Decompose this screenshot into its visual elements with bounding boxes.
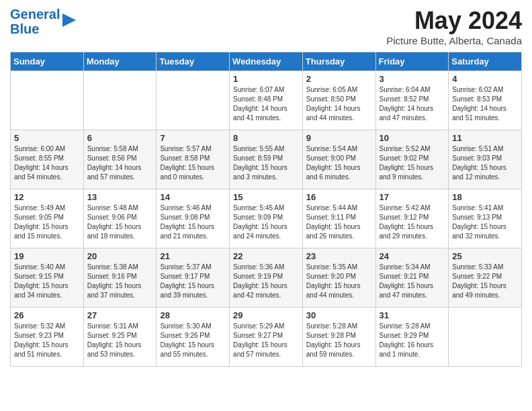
day-number: 8 <box>233 133 299 143</box>
calendar-cell: 6Sunrise: 5:58 AMSunset: 8:56 PMDaylight… <box>83 130 157 189</box>
calendar-cell: 26Sunrise: 5:32 AMSunset: 9:23 PMDayligh… <box>11 308 84 367</box>
header: GeneralBlue May 2024 Picture Butte, Albe… <box>10 7 522 46</box>
calendar-cell: 28Sunrise: 5:30 AMSunset: 9:26 PMDayligh… <box>157 308 230 367</box>
calendar-cell: 3Sunrise: 6:04 AMSunset: 8:52 PMDaylight… <box>375 71 449 130</box>
day-header-thursday: Thursday <box>302 52 375 71</box>
day-number: 10 <box>380 133 445 143</box>
cell-info: Sunrise: 5:28 AMSunset: 9:28 PMDaylight:… <box>306 322 372 359</box>
cell-info: Sunrise: 5:41 AMSunset: 9:13 PMDaylight:… <box>452 203 518 241</box>
cell-info: Sunrise: 5:34 AMSunset: 9:21 PMDaylight:… <box>380 263 445 300</box>
cell-info: Sunrise: 5:48 AMSunset: 9:06 PMDaylight:… <box>87 203 153 241</box>
day-number: 16 <box>306 192 372 202</box>
week-row-3: 12Sunrise: 5:49 AMSunset: 9:05 PMDayligh… <box>11 189 522 248</box>
cell-info: Sunrise: 5:46 AMSunset: 9:08 PMDaylight:… <box>160 203 226 241</box>
calendar-cell: 2Sunrise: 6:05 AMSunset: 8:50 PMDaylight… <box>302 71 375 130</box>
day-number: 25 <box>452 251 518 261</box>
day-number: 14 <box>160 192 226 202</box>
calendar-cell: 31Sunrise: 5:28 AMSunset: 9:29 PMDayligh… <box>375 308 449 367</box>
cell-info: Sunrise: 6:07 AMSunset: 8:48 PMDaylight:… <box>233 85 299 123</box>
day-number: 5 <box>14 133 80 143</box>
svg-marker-0 <box>62 13 76 27</box>
cell-info: Sunrise: 5:30 AMSunset: 9:26 PMDaylight:… <box>160 322 226 359</box>
day-number: 21 <box>160 251 226 261</box>
calendar-cell: 20Sunrise: 5:38 AMSunset: 9:16 PMDayligh… <box>83 248 157 308</box>
cell-info: Sunrise: 5:49 AMSunset: 9:05 PMDaylight:… <box>14 203 80 241</box>
logo-text: GeneralBlue <box>10 7 60 36</box>
calendar-cell: 17Sunrise: 5:42 AMSunset: 9:12 PMDayligh… <box>375 189 449 248</box>
day-number: 31 <box>380 310 445 320</box>
cell-info: Sunrise: 5:29 AMSunset: 9:27 PMDaylight:… <box>233 322 299 359</box>
day-number: 22 <box>233 251 299 261</box>
cell-info: Sunrise: 5:57 AMSunset: 8:58 PMDaylight:… <box>160 144 226 182</box>
day-number: 9 <box>306 133 372 143</box>
cell-info: Sunrise: 6:02 AMSunset: 8:53 PMDaylight:… <box>452 85 518 123</box>
cell-info: Sunrise: 5:45 AMSunset: 9:09 PMDaylight:… <box>233 203 299 241</box>
day-number: 29 <box>233 310 299 320</box>
cell-info: Sunrise: 5:36 AMSunset: 9:19 PMDaylight:… <box>233 263 299 300</box>
cell-info: Sunrise: 5:40 AMSunset: 9:15 PMDaylight:… <box>14 263 80 300</box>
calendar-cell <box>83 71 157 130</box>
day-number: 3 <box>380 74 445 84</box>
day-number: 4 <box>452 74 518 84</box>
calendar-cell: 7Sunrise: 5:57 AMSunset: 8:58 PMDaylight… <box>157 130 230 189</box>
day-number: 7 <box>160 133 226 143</box>
week-row-1: 1Sunrise: 6:07 AMSunset: 8:48 PMDaylight… <box>11 71 522 130</box>
calendar-cell: 4Sunrise: 6:02 AMSunset: 8:53 PMDaylight… <box>449 71 522 130</box>
calendar-cell: 12Sunrise: 5:49 AMSunset: 9:05 PMDayligh… <box>11 189 84 248</box>
calendar-cell: 9Sunrise: 5:54 AMSunset: 9:00 PMDaylight… <box>302 130 375 189</box>
day-number: 18 <box>452 192 518 202</box>
calendar-cell: 10Sunrise: 5:52 AMSunset: 9:02 PMDayligh… <box>375 130 449 189</box>
calendar-table: SundayMondayTuesdayWednesdayThursdayFrid… <box>10 52 522 367</box>
title-block: May 2024 Picture Butte, Alberta, Canada <box>386 7 522 46</box>
cell-info: Sunrise: 5:37 AMSunset: 9:17 PMDaylight:… <box>160 263 226 300</box>
day-number: 6 <box>87 133 153 143</box>
day-header-wednesday: Wednesday <box>230 52 303 71</box>
cell-info: Sunrise: 5:51 AMSunset: 9:03 PMDaylight:… <box>452 144 518 182</box>
cell-info: Sunrise: 5:55 AMSunset: 8:59 PMDaylight:… <box>233 144 299 182</box>
day-number: 24 <box>380 251 445 261</box>
calendar-cell: 21Sunrise: 5:37 AMSunset: 9:17 PMDayligh… <box>157 248 230 308</box>
calendar-cell: 30Sunrise: 5:28 AMSunset: 9:28 PMDayligh… <box>302 308 375 367</box>
cell-info: Sunrise: 5:32 AMSunset: 9:23 PMDaylight:… <box>14 322 80 359</box>
calendar-cell: 19Sunrise: 5:40 AMSunset: 9:15 PMDayligh… <box>11 248 84 308</box>
day-number: 17 <box>380 192 445 202</box>
day-number: 15 <box>233 192 299 202</box>
day-number: 20 <box>87 251 153 261</box>
calendar-cell: 11Sunrise: 5:51 AMSunset: 9:03 PMDayligh… <box>449 130 522 189</box>
day-number: 19 <box>14 251 80 261</box>
cell-info: Sunrise: 5:33 AMSunset: 9:22 PMDaylight:… <box>452 263 518 300</box>
cell-info: Sunrise: 6:05 AMSunset: 8:50 PMDaylight:… <box>306 85 372 123</box>
cell-info: Sunrise: 5:35 AMSunset: 9:20 PMDaylight:… <box>306 263 372 300</box>
calendar-cell: 16Sunrise: 5:44 AMSunset: 9:11 PMDayligh… <box>302 189 375 248</box>
calendar-cell <box>11 71 84 130</box>
calendar-cell: 18Sunrise: 5:41 AMSunset: 9:13 PMDayligh… <box>449 189 522 248</box>
day-number: 23 <box>306 251 372 261</box>
cell-info: Sunrise: 5:28 AMSunset: 9:29 PMDaylight:… <box>380 322 445 359</box>
cell-info: Sunrise: 5:52 AMSunset: 9:02 PMDaylight:… <box>380 144 445 182</box>
calendar-cell: 14Sunrise: 5:46 AMSunset: 9:08 PMDayligh… <box>157 189 230 248</box>
day-header-tuesday: Tuesday <box>157 52 230 71</box>
day-number: 28 <box>160 310 226 320</box>
day-number: 12 <box>14 192 80 202</box>
month-title: May 2024 <box>386 7 522 35</box>
calendar-cell: 22Sunrise: 5:36 AMSunset: 9:19 PMDayligh… <box>230 248 303 308</box>
cell-info: Sunrise: 6:04 AMSunset: 8:52 PMDaylight:… <box>380 85 445 123</box>
cell-info: Sunrise: 5:42 AMSunset: 9:12 PMDaylight:… <box>380 203 445 241</box>
cell-info: Sunrise: 5:31 AMSunset: 9:25 PMDaylight:… <box>87 322 153 359</box>
calendar-cell: 15Sunrise: 5:45 AMSunset: 9:09 PMDayligh… <box>230 189 303 248</box>
week-row-5: 26Sunrise: 5:32 AMSunset: 9:23 PMDayligh… <box>11 308 522 367</box>
calendar-cell <box>449 308 522 367</box>
day-number: 1 <box>233 74 299 84</box>
calendar-cell: 5Sunrise: 6:00 AMSunset: 8:55 PMDaylight… <box>11 130 84 189</box>
logo-arrow-icon <box>62 13 76 27</box>
cell-info: Sunrise: 5:54 AMSunset: 9:00 PMDaylight:… <box>306 144 372 182</box>
logo: GeneralBlue <box>10 7 76 36</box>
calendar-cell <box>157 71 230 130</box>
cell-info: Sunrise: 5:38 AMSunset: 9:16 PMDaylight:… <box>87 263 153 300</box>
day-headers: SundayMondayTuesdayWednesdayThursdayFrid… <box>11 52 522 71</box>
cell-info: Sunrise: 6:00 AMSunset: 8:55 PMDaylight:… <box>14 144 80 182</box>
week-row-4: 19Sunrise: 5:40 AMSunset: 9:15 PMDayligh… <box>11 248 522 308</box>
day-number: 13 <box>87 192 153 202</box>
calendar-cell: 1Sunrise: 6:07 AMSunset: 8:48 PMDaylight… <box>230 71 303 130</box>
calendar-cell: 8Sunrise: 5:55 AMSunset: 8:59 PMDaylight… <box>230 130 303 189</box>
